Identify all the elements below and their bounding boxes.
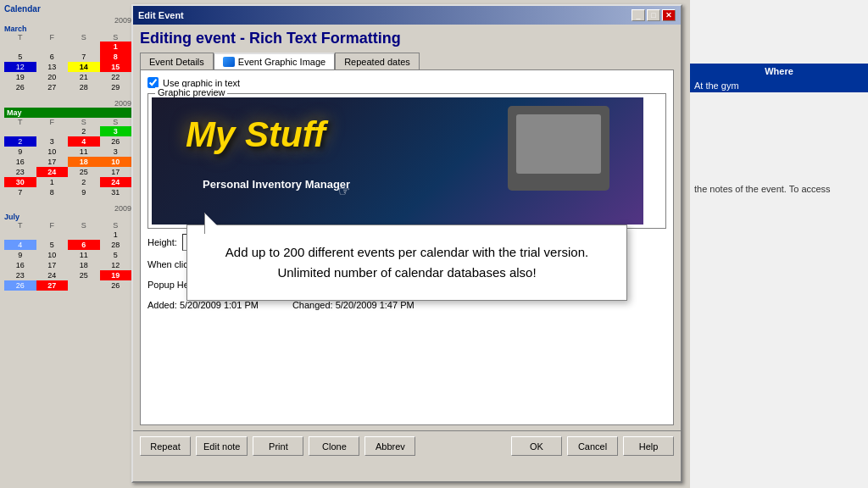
tab-repeated-dates[interactable]: Repeated dates [335, 53, 420, 69]
tab-bar: Event Details Event Graphic Image Repeat… [140, 53, 674, 69]
print-button[interactable]: Print [253, 436, 303, 456]
maximize-button[interactable]: □ [647, 9, 660, 21]
dialog-titlebar: Edit Event _ □ ✕ [133, 6, 681, 25]
abbrev-button[interactable]: Abbrev [364, 436, 415, 456]
changed-value: 5/20/2009 1:47 PM [336, 300, 415, 310]
graphic-preview-fieldset: Graphic preview My Stuff Personal Invent… [147, 93, 666, 229]
clone-button[interactable]: Clone [309, 436, 359, 456]
image-icon [223, 57, 235, 67]
height-label: Height: [147, 237, 177, 247]
where-header: Where [690, 64, 868, 79]
graphic-preview-image: My Stuff Personal Inventory Manager ☞ [152, 97, 643, 225]
tooltip-overlay: Add up to 200 different events per calen… [186, 225, 627, 301]
mini-calendar-march: 2009 March TFSS 1 5678 12131415 19202122… [4, 16, 131, 92]
calendar-panel: Calendar 2009 March TFSS 1 5678 12131415… [0, 0, 136, 488]
help-button[interactable]: Help [623, 436, 674, 456]
app-name: Calendar [4, 4, 131, 14]
tv-decoration [508, 106, 609, 191]
dialog-main-title: Editing event - Rich Text Formatting [140, 30, 674, 47]
edit-note-button[interactable]: Edit note [196, 436, 248, 456]
changed-label: Changed: [292, 300, 333, 310]
right-panel: Where At the gym the notes of the event.… [690, 0, 868, 488]
dialog-title-text: Edit Event [138, 10, 184, 20]
repeat-button[interactable]: Repeat [140, 436, 191, 456]
added-date: Added: 5/20/2009 1:01 PM [147, 300, 259, 310]
tab-event-graphic-image-label: Event Graphic Image [238, 57, 326, 67]
ok-button[interactable]: OK [511, 436, 562, 456]
my-stuff-subtitle: Personal Inventory Manager [203, 178, 350, 191]
added-value: 5/20/2009 1:01 PM [180, 300, 259, 310]
close-button[interactable]: ✕ [662, 9, 676, 21]
where-value: At the gym [690, 79, 868, 92]
tab-repeated-dates-label: Repeated dates [344, 57, 410, 67]
tab-event-details-label: Event Details [149, 57, 204, 67]
added-label: Added: [147, 300, 177, 310]
my-stuff-title: My Stuff [186, 114, 326, 155]
dialog-footer: Repeat Edit note Print Clone Abbrev OK C… [133, 430, 681, 459]
use-graphic-label: Use graphic in text [163, 78, 240, 88]
notes-text: the notes of the event. To access [690, 177, 868, 201]
mini-calendar-may: 2009 May TFSS 23 23426 910113 16171810 2… [4, 99, 131, 197]
changed-date: Changed: 5/20/2009 1:47 PM [292, 300, 415, 310]
graphic-preview-legend: Graphic preview [155, 87, 227, 97]
tooltip-text: Add up to 200 different events per calen… [225, 245, 588, 280]
minimize-button[interactable]: _ [632, 9, 645, 21]
titlebar-buttons: _ □ ✕ [632, 9, 676, 21]
cancel-button[interactable]: Cancel [567, 436, 618, 456]
mini-calendar-july: 2009 July TFSS 1 45628 910115 16171812 2… [4, 204, 131, 291]
tab-event-graphic-image[interactable]: Event Graphic Image [214, 53, 335, 69]
tv-screen [516, 114, 601, 174]
tab-event-details[interactable]: Event Details [140, 53, 214, 69]
footer-right-buttons: OK Cancel Help [511, 436, 674, 456]
footer-left-buttons: Repeat Edit note Print Clone Abbrev [140, 436, 415, 456]
